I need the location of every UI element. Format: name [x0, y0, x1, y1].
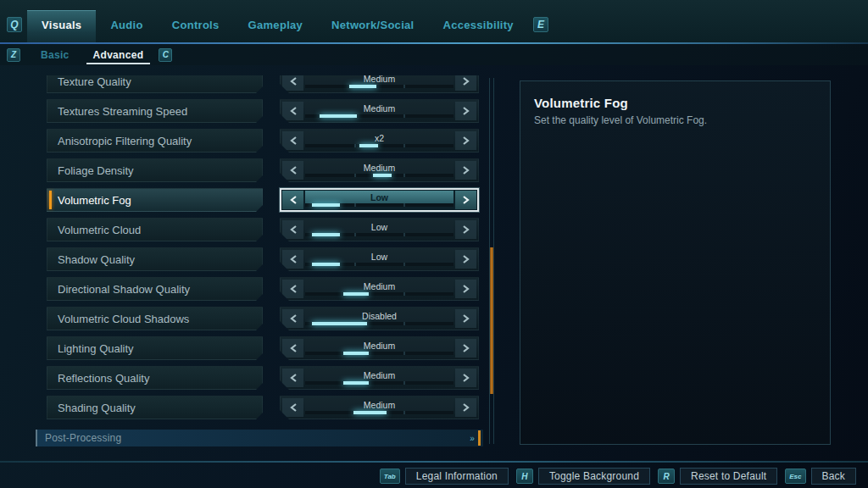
action-back: EscBack [785, 468, 856, 485]
setting-label[interactable]: Texture Quality [47, 75, 263, 93]
stepper-handle[interactable] [373, 174, 391, 177]
stepper-right-arrow-icon[interactable] [455, 131, 476, 150]
stepper-value: Medium [305, 75, 453, 85]
setting-label[interactable]: Volumetric Cloud Shadows [47, 307, 263, 330]
stepper-track[interactable] [305, 85, 453, 88]
setting-label[interactable]: Shadow Quality [47, 247, 263, 271]
setting-label[interactable]: Volumetric Fog [47, 188, 263, 212]
stepper-handle[interactable] [359, 144, 377, 147]
stepper-left-arrow-icon[interactable] [282, 309, 303, 328]
section-post-processing[interactable]: Post-Processing » [36, 430, 483, 446]
stepper-body: Medium [304, 369, 454, 387]
subtab-basic[interactable]: Basic [29, 44, 81, 65]
key-badge-next-subtab: C [159, 48, 172, 62]
section-label: Post-Processing [45, 432, 121, 444]
back-button[interactable]: Back [811, 468, 856, 485]
action-legal-information: TabLegal Information [380, 468, 509, 485]
stepper-left-arrow-icon[interactable] [282, 161, 303, 180]
stepper-left-arrow-icon[interactable] [282, 102, 303, 120]
stepper-right-arrow-icon[interactable] [455, 250, 476, 269]
stepper-handle[interactable] [349, 85, 376, 88]
stepper-left-arrow-icon[interactable] [282, 191, 303, 209]
stepper-left-arrow-icon[interactable] [282, 75, 303, 91]
tab-network-social[interactable]: Network/Social [317, 11, 428, 42]
setting-stepper: Medium [280, 75, 479, 93]
tab-visuals[interactable]: Visuals [27, 10, 96, 42]
setting-stepper: Medium [280, 158, 479, 182]
setting-row-anisotropic-filtering-quality: Anisotropic Filtering Quality x2 [36, 129, 483, 152]
setting-row-shadow-quality: Shadow Quality Low [36, 247, 483, 271]
setting-label[interactable]: Volumetric Cloud [47, 218, 263, 241]
stepper-right-arrow-icon[interactable] [455, 339, 476, 358]
stepper-right-arrow-icon[interactable] [455, 191, 476, 209]
setting-stepper: Low [280, 188, 479, 212]
stepper-handle[interactable] [343, 381, 369, 385]
tab-controls[interactable]: Controls [158, 11, 234, 42]
stepper-left-arrow-icon[interactable] [282, 369, 303, 387]
setting-label[interactable]: Textures Streaming Speed [47, 99, 263, 123]
setting-row-directional-shadow-quality: Directional Shadow Quality Medium [36, 277, 483, 301]
stepper-handle[interactable] [312, 263, 341, 266]
setting-row-volumetric-fog: Volumetric Fog Low [36, 188, 483, 212]
stepper-right-arrow-icon[interactable] [455, 161, 476, 180]
tab-accessibility[interactable]: Accessibility [429, 11, 528, 42]
setting-label[interactable]: Lighting Quality [47, 336, 263, 360]
scrollbar-thumb[interactable] [490, 247, 493, 394]
stepper-left-arrow-icon[interactable] [282, 398, 303, 417]
stepper-track[interactable] [305, 292, 453, 296]
stepper-body: Medium [304, 75, 454, 91]
setting-label[interactable]: Directional Shadow Quality [47, 277, 263, 301]
setting-label[interactable]: Shading Quality [47, 396, 263, 419]
key-badge-r: R [658, 469, 675, 484]
tab-gameplay[interactable]: Gameplay [234, 11, 318, 42]
stepper-handle[interactable] [312, 203, 341, 207]
stepper-value: Medium [305, 398, 453, 411]
sub-nav: Z BasicAdvanced C [0, 44, 868, 65]
stepper-value: Medium [305, 280, 453, 292]
stepper-right-arrow-icon[interactable] [455, 102, 476, 120]
reset-to-default-button[interactable]: Reset to Default [680, 468, 777, 485]
stepper-left-arrow-icon[interactable] [282, 220, 303, 239]
toggle-background-button[interactable]: Toggle Background [538, 468, 650, 485]
stepper-value: Medium [305, 339, 453, 352]
stepper-body: Medium [304, 339, 454, 358]
stepper-right-arrow-icon[interactable] [455, 398, 476, 417]
stepper-right-arrow-icon[interactable] [455, 369, 476, 387]
stepper-right-arrow-icon[interactable] [455, 280, 476, 298]
stepper-right-arrow-icon[interactable] [455, 220, 476, 239]
setting-stepper: Low [280, 218, 479, 241]
stepper-left-arrow-icon[interactable] [282, 131, 303, 150]
stepper-left-arrow-icon[interactable] [282, 339, 303, 358]
setting-label[interactable]: Anisotropic Filtering Quality [47, 129, 263, 152]
stepper-body: x2 [304, 131, 454, 150]
stepper-right-arrow-icon[interactable] [455, 309, 476, 328]
stepper-handle[interactable] [353, 411, 387, 414]
stepper-body: Medium [304, 280, 454, 298]
legal-information-button[interactable]: Legal Information [405, 468, 509, 485]
detail-description: Set the quality level of Volumetric Fog. [534, 114, 816, 126]
stepper-left-arrow-icon[interactable] [282, 250, 303, 269]
stepper-handle[interactable] [312, 233, 341, 236]
stepper-left-arrow-icon[interactable] [282, 280, 303, 298]
stepper-right-arrow-icon[interactable] [455, 75, 476, 91]
stepper-handle[interactable] [312, 322, 367, 325]
stepper-value: Low [305, 191, 453, 203]
setting-row-texture-quality: Texture Quality Medium [36, 75, 483, 93]
stepper-track[interactable] [305, 352, 453, 355]
stepper-handle[interactable] [343, 292, 369, 296]
stepper-handle[interactable] [320, 114, 357, 118]
setting-label[interactable]: Reflections Quality [47, 366, 263, 390]
list-scrollbar[interactable] [489, 78, 494, 444]
setting-row-textures-streaming-speed: Textures Streaming Speed Medium [36, 99, 483, 123]
settings-list: Texture Quality Medium Textures Streamin… [36, 75, 483, 453]
subtab-advanced[interactable]: Advanced [81, 44, 156, 65]
tab-audio[interactable]: Audio [96, 11, 157, 42]
setting-label[interactable]: Foliage Density [47, 158, 263, 182]
setting-stepper: Medium [280, 99, 479, 123]
stepper-track[interactable] [305, 144, 453, 147]
stepper-value: Medium [305, 369, 453, 381]
setting-stepper: x2 [280, 129, 479, 152]
stepper-track[interactable] [305, 381, 453, 385]
stepper-handle[interactable] [343, 352, 369, 355]
background: Q VisualsAudioControlsGameplayNetwork/So… [0, 0, 868, 488]
